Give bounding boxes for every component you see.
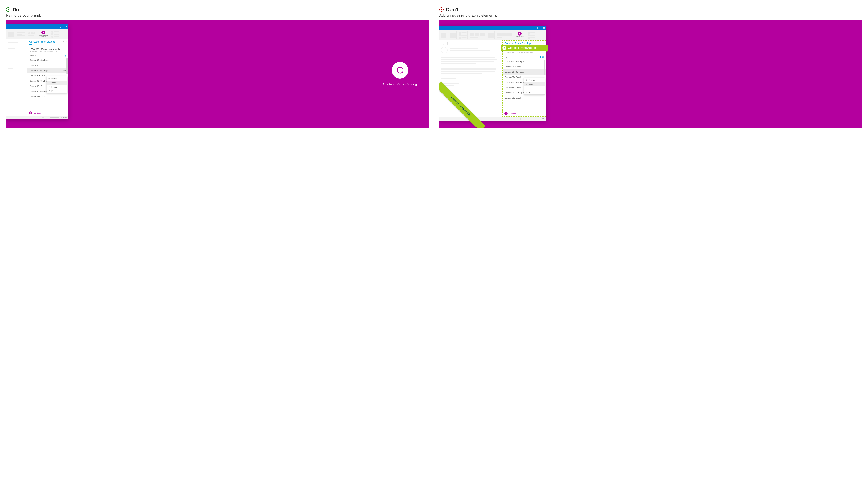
pin-icon: ⚲ <box>48 90 50 92</box>
view-normal-icon[interactable] <box>39 117 40 118</box>
do-column: Do Reinforce your brand. ─ ☐ ✕ <box>6 6 429 128</box>
view-web-icon[interactable] <box>523 118 525 120</box>
list-item[interactable]: Contoso 85w Equal <box>27 63 68 68</box>
addin-flag-label: Contoso Parts Add-in <box>508 46 536 50</box>
search-subtitle: 16 results in LED - R30 - 60-65 Watt Equ… <box>27 51 68 54</box>
task-pane-dashed: Contoso Parts Catalog ▾ ✕ Contoso Parts … <box>502 40 546 117</box>
zoom-out-button[interactable]: - <box>49 117 49 118</box>
checkbox-icon[interactable] <box>445 42 448 45</box>
ctx-pin[interactable]: ⚲Pin <box>524 90 545 94</box>
brand-logo-circle: C <box>392 62 408 79</box>
ctx-format[interactable]: ≡Format <box>47 85 67 89</box>
results-list: Contoso 60 - 65w Equal Contoso 85w Equal… <box>503 59 546 111</box>
pane-close-icon[interactable]: ✕ <box>543 42 544 44</box>
window-titlebar: ─ ☐ ✕ <box>439 26 546 30</box>
outlook-window-do: ─ ☐ ✕ <box>6 25 68 119</box>
ctx-preview[interactable]: ◉Preview <box>47 76 67 81</box>
list-item-selected[interactable]: Contoso 60 - 65w Equal ••• <box>503 69 546 75</box>
ribbon: Parts CatalogContoso <box>439 30 546 40</box>
pane-close-icon[interactable]: ✕ <box>66 40 67 43</box>
list-item[interactable]: Contoso 60 - 65w Equal <box>27 57 68 63</box>
addin-flag-banner: Contoso Parts Add-in <box>501 45 547 51</box>
status-bar: - + 100% <box>6 116 68 119</box>
window-minimize-icon[interactable]: ─ <box>531 27 534 29</box>
dont-title: Don't <box>446 6 459 13</box>
ctx-insert[interactable]: ↳Insert <box>524 82 545 86</box>
results-list: Contoso 60 - 65w Equal Contoso 85w Equal… <box>27 57 68 110</box>
sort-asc-icon[interactable]: ↓ <box>35 55 36 57</box>
view-reading-icon[interactable] <box>519 118 521 120</box>
eye-icon: ◉ <box>48 78 50 79</box>
more-icon[interactable]: ••• <box>63 69 66 71</box>
checkbox-icon[interactable] <box>441 42 444 45</box>
grid-view-icon[interactable]: ▦ <box>542 56 544 58</box>
window-titlebar: ─ ☐ ✕ <box>6 25 68 29</box>
format-icon: ≡ <box>526 87 528 89</box>
ribbon-addin-label-1: Parts Catalog <box>39 35 48 36</box>
brand-footer-label[interactable]: Contoso <box>34 112 41 114</box>
grid-view-icon[interactable]: ▦ <box>65 55 66 57</box>
context-menu: ◉Preview ↳Insert ≡Format ⚲Pin <box>524 78 545 95</box>
hamburger-icon[interactable] <box>29 44 31 47</box>
list-view-icon[interactable]: ☰ <box>540 56 541 58</box>
do-title: Do <box>13 6 19 13</box>
view-web-icon[interactable] <box>45 117 47 118</box>
more-icon[interactable]: ••• <box>541 71 544 73</box>
zoom-slider[interactable] <box>528 119 537 119</box>
ribbon-addin-button[interactable]: Parts CatalogContoso <box>514 31 525 39</box>
brand-logo-letter: C <box>396 65 404 75</box>
list-item[interactable]: Contoso 85w Equal <box>503 64 546 69</box>
window-maximize-icon[interactable]: ☐ <box>537 27 540 29</box>
brand-badge-icon: C <box>29 112 32 115</box>
pane-pin-icon[interactable]: ▾ <box>63 40 64 43</box>
zoom-slider[interactable] <box>50 117 59 118</box>
check-circle-icon <box>6 7 10 12</box>
search-subtitle: 16 results in LED - R30 - 60-65 Watt Equ… <box>503 52 546 55</box>
insert-icon: ↳ <box>48 82 50 83</box>
ribbon-addin-button[interactable]: Parts CatalogContoso <box>38 30 49 38</box>
zoom-level: 100% <box>63 117 67 118</box>
scrollbar-thumb[interactable] <box>544 60 545 75</box>
list-item[interactable]: Contoso 85w Equal <box>27 94 68 99</box>
view-normal-icon[interactable] <box>516 118 518 120</box>
svg-point-0 <box>6 8 10 12</box>
ctx-format[interactable]: ≡Format <box>524 86 545 90</box>
avatar-icon <box>441 47 448 53</box>
ctx-preview[interactable]: ◉Preview <box>524 78 545 82</box>
list-item[interactable]: Contoso 60 - 65w Equal <box>503 59 546 64</box>
window-minimize-icon[interactable]: ─ <box>53 26 57 28</box>
column-name-header[interactable]: Name <box>29 55 34 57</box>
pane-pin-icon[interactable]: ▾ <box>541 42 542 44</box>
eye-icon: ◉ <box>526 79 528 81</box>
window-close-icon[interactable]: ✕ <box>542 27 545 29</box>
view-reading-icon[interactable] <box>42 117 44 118</box>
insert-icon: ↳ <box>526 83 528 85</box>
cross-circle-icon <box>439 7 444 12</box>
search-title: LED - R30 - 2700K - Warm White <box>27 48 68 51</box>
sort-asc-icon[interactable]: ↓ <box>511 56 511 58</box>
context-menu: ◉Preview ↳Insert ≡Format ⚲Pin <box>46 76 67 93</box>
mail-pane <box>6 39 27 116</box>
scrollbar-thumb[interactable] <box>67 58 68 74</box>
list-view-icon[interactable]: ☰ <box>62 55 64 57</box>
zoom-in-button[interactable]: + <box>61 117 62 118</box>
brand-splash: C Contoso Parts Catalog <box>371 20 429 128</box>
pin-icon: ⚲ <box>526 92 528 93</box>
ctx-insert[interactable]: ↳Insert <box>47 81 67 85</box>
list-item[interactable]: Contoso 85w Equal <box>503 95 546 101</box>
lightbulb-icon <box>41 30 45 35</box>
zoom-in-button[interactable]: + <box>539 118 539 120</box>
column-name-header[interactable]: Name <box>505 56 510 58</box>
do-subtitle: Reinforce your brand. <box>6 13 429 17</box>
ribbon: Parts CatalogContoso <box>6 29 68 39</box>
dont-subtitle: Add unnecessary graphic elements. <box>439 13 862 17</box>
brand-footer-label[interactable]: Contoso <box>509 113 516 115</box>
window-close-icon[interactable]: ✕ <box>65 26 68 28</box>
brand-splash-label: Contoso Parts Catalog <box>383 82 417 86</box>
zoom-out-button[interactable]: - <box>526 118 527 120</box>
zoom-level: 100% <box>541 118 545 120</box>
window-maximize-icon[interactable]: ☐ <box>59 26 62 28</box>
list-item-selected[interactable]: Contoso 60 - 65w Equal ••• <box>27 68 68 73</box>
ctx-pin[interactable]: ⚲Pin <box>47 89 67 93</box>
pane-title: Contoso Parts Catalog <box>504 42 531 45</box>
